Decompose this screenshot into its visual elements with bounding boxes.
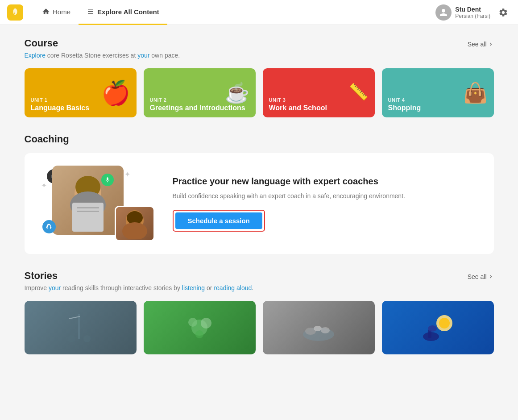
unit4-label: UNIT 4 [388, 97, 421, 103]
svg-rect-3 [72, 203, 104, 232]
coach-photo-small [115, 206, 155, 241]
svg-point-25 [428, 325, 437, 332]
coaching-images: ✦ ✦ · [39, 166, 155, 241]
headset-bubble-icon [42, 220, 56, 233]
schedule-btn-wrapper: Schedule a session [173, 210, 265, 232]
svg-rect-4 [77, 207, 99, 208]
user-text: Stu Dent Persian (Farsi) [455, 6, 490, 19]
sparkle-icon-2: ✦ [124, 170, 130, 179]
user-name: Stu Dent [455, 6, 490, 13]
svg-point-11 [68, 335, 75, 342]
unit1-image: 🍎 [101, 79, 130, 107]
coaching-title: Coaching [25, 133, 69, 145]
coaching-box-desc: Build confidence speaking with an expert… [173, 191, 480, 201]
user-info[interactable]: Stu Dent Persian (Farsi) [435, 4, 490, 21]
nav-explore[interactable]: Explore All Content [79, 0, 167, 25]
coaching-section-header: Coaching [25, 133, 494, 145]
story-card-1[interactable] [25, 301, 137, 354]
avatar [435, 4, 452, 21]
schedule-session-button[interactable]: Schedule a session [175, 212, 262, 229]
course-title: Course [25, 37, 58, 49]
unit3-title: Work and School [269, 104, 327, 112]
settings-button[interactable] [496, 5, 511, 20]
svg-point-14 [188, 318, 197, 327]
course-card-unit4[interactable]: UNIT 4 Shopping 👜 [382, 68, 494, 117]
story-cards [25, 301, 494, 354]
stories-subtitle: Improve your reading skills through inte… [25, 283, 494, 293]
course-card-unit3[interactable]: UNIT 3 Work and School 📏 [263, 68, 375, 117]
stories-see-all[interactable]: See all [468, 273, 494, 280]
svg-point-15 [201, 318, 211, 329]
course-subtitle: Explore core Rosetta Stone exercises at … [25, 51, 494, 60]
svg-point-12 [83, 335, 91, 342]
nav-home[interactable]: Home [34, 0, 79, 25]
svg-point-20 [314, 326, 322, 331]
svg-point-19 [321, 327, 330, 333]
nav-links: Home Explore All Content [34, 0, 435, 25]
svg-point-16 [195, 330, 203, 338]
course-card-unit1[interactable]: UNIT 1 Language Basics 🍎 [25, 68, 137, 117]
course-section: Course See all Explore core Rosetta Ston… [25, 37, 494, 117]
unit4-image: 👜 [463, 81, 488, 104]
course-see-all[interactable]: See all [468, 41, 494, 48]
svg-point-22 [439, 318, 450, 329]
svg-point-8 [122, 222, 147, 239]
navbar: Home Explore All Content Stu Dent Persia… [0, 0, 518, 25]
unit2-label: UNIT 2 [150, 97, 245, 103]
coaching-section: Coaching ✦ ✦ · [25, 133, 494, 254]
unit2-title: Greetings and Introductions [150, 104, 245, 112]
nav-right: Stu Dent Persian (Farsi) [435, 4, 511, 21]
main-content: Course See all Explore core Rosetta Ston… [14, 25, 505, 383]
user-language: Persian (Farsi) [455, 13, 490, 19]
sparkle-icon: ✦ [41, 181, 47, 190]
unit1-title: Language Basics [31, 104, 90, 112]
course-section-header: Course See all [25, 37, 494, 49]
stories-title: Stories [25, 270, 58, 282]
story-card-3[interactable] [263, 301, 375, 354]
coaching-box-title: Practice your new language with expert c… [173, 175, 480, 187]
story-card-4[interactable] [382, 301, 494, 354]
mic-bubble-icon [101, 174, 114, 186]
stories-section: Stories See all Improve your reading ski… [25, 270, 494, 354]
course-cards: UNIT 1 Language Basics 🍎 UNIT 2 Greeting… [25, 68, 494, 117]
stories-section-header: Stories See all [25, 270, 494, 282]
svg-rect-9 [78, 314, 80, 339]
course-card-unit2[interactable]: UNIT 2 Greetings and Introductions ☕ [144, 68, 256, 117]
story-card-2[interactable] [144, 301, 256, 354]
coaching-text: Practice your new language with expert c… [173, 175, 480, 232]
unit4-title: Shopping [388, 104, 421, 112]
app-logo[interactable] [7, 4, 23, 21]
unit1-label: UNIT 1 [31, 97, 90, 103]
coaching-box: ✦ ✦ · [25, 153, 494, 254]
svg-rect-5 [77, 211, 99, 212]
unit3-label: UNIT 3 [269, 97, 327, 103]
unit3-image: 📏 [348, 83, 369, 101]
